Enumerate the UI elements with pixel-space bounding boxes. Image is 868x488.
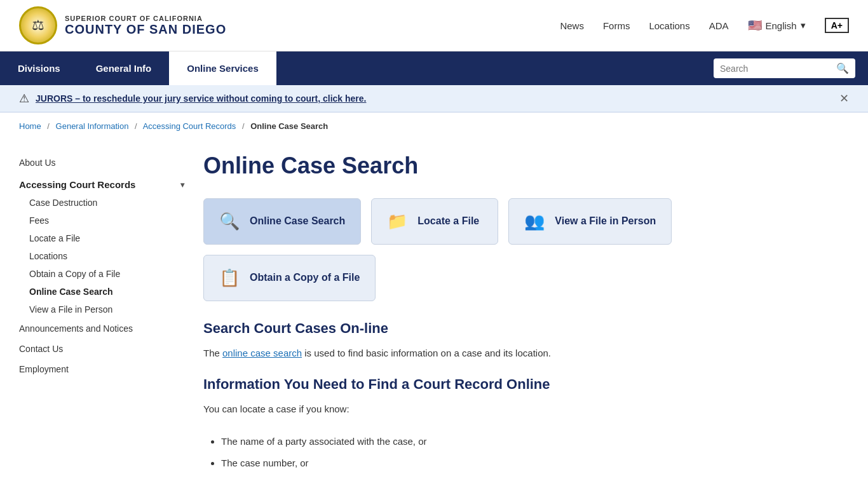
nav-news[interactable]: News [560,20,584,31]
warning-icon: ⚠ [19,92,29,105]
search-card-icon: 🔍 [219,212,240,231]
sidebar-link-view-file[interactable]: View a File in Person [29,304,112,315]
section-text-suffix: is used to find basic information on a c… [302,348,551,358]
chevron-down-icon: ▾ [801,20,806,31]
chevron-icon: ▾ [180,180,184,189]
section-heading-info-needed: Information You Need to Find a Court Rec… [203,376,849,393]
card-online-case-search[interactable]: 🔍 Online Case Search [203,198,361,245]
section-text-search-court-cases: The online case search is used to find b… [203,346,849,361]
sidebar: About Us Accessing Court Records ▾ Case … [19,152,184,475]
nav-locations[interactable]: Locations [649,20,689,31]
sidebar-sub-locations[interactable]: Locations [29,247,184,265]
sidebar-sub-view-file[interactable]: View a File in Person [29,301,184,318]
list-item: The case number, or [221,454,849,473]
sidebar-section-accessing-court-records[interactable]: Accessing Court Records ▾ [19,173,184,194]
people-card-icon: 👥 [524,212,545,231]
top-nav: News Forms Locations ADA 🇺🇸 English ▾ A+ [560,18,849,33]
sidebar-sub-fees[interactable]: Fees [29,212,184,229]
sidebar-link-locate-file[interactable]: Locate a File [29,233,80,243]
sidebar-item-contact-us[interactable]: Contact Us [19,339,184,359]
section-text-prefix: The [203,348,222,358]
sidebar-link-announcements[interactable]: Announcements and Notices [19,323,133,334]
copy-card-icon: 📋 [219,268,240,288]
sidebar-link-about-us[interactable]: About Us [19,158,56,168]
card-label-obtain-copy: Obtain a Copy of a File [250,271,360,285]
search-submit-button[interactable]: 🔍 [836,62,849,74]
search-input[interactable] [720,64,831,74]
main-content: About Us Accessing Court Records ▾ Case … [0,140,868,488]
sidebar-item-announcements[interactable]: Announcements and Notices [19,318,184,339]
language-selector[interactable]: 🇺🇸 English ▾ [748,18,806,32]
sidebar-link-case-destruction[interactable]: Case Destruction [29,198,97,208]
logo-area: ⚖ SUPERIOR COURT OF CALIFORNIA COUNTY OF… [19,6,226,44]
sidebar-sub-locate-file[interactable]: Locate a File [29,229,184,247]
breadcrumb-home[interactable]: Home [19,121,41,131]
flag-icon: 🇺🇸 [748,18,762,32]
card-label-view-file-person: View a File in Person [555,215,656,228]
sidebar-item-employment[interactable]: Employment [19,359,184,379]
card-view-file-person[interactable]: 👥 View a File in Person [508,198,672,245]
breadcrumb-general-info[interactable]: General Information [56,121,129,131]
page-title: Online Case Search [203,152,849,179]
breadcrumb-sep-1: / [47,121,50,131]
court-seal: ⚖ [19,6,57,44]
sidebar-link-online-case-search[interactable]: Online Case Search [29,287,113,297]
card-label-online-case-search: Online Case Search [250,215,345,228]
logo-text: SUPERIOR COURT OF CALIFORNIA COUNTY OF S… [65,15,226,37]
logo-top-text: SUPERIOR COURT OF CALIFORNIA [65,15,226,22]
search-box: 🔍 [714,58,855,78]
nav-item-online-services[interactable]: Online Services [169,51,276,85]
nav-forms[interactable]: Forms [603,20,630,31]
content-area: Online Case Search 🔍 Online Case Search … [203,152,849,475]
nav-bar-left: Divisions General Info Online Services [0,51,276,85]
bullet-list: The name of a party associated with the … [203,432,849,473]
top-header: ⚖ SUPERIOR COURT OF CALIFORNIA COUNTY OF… [0,0,868,51]
nav-item-general-info[interactable]: General Info [78,51,170,85]
breadcrumb: Home / General Information / Accessing C… [0,112,868,140]
section-text-info-needed: You can locate a case if you know: [203,402,849,417]
card-grid: 🔍 Online Case Search 📁 Locate a File 👥 V… [203,198,849,301]
alert-text[interactable]: JURORS – to reschedule your jury service… [36,93,366,104]
language-label: English [766,20,797,31]
alert-banner: ⚠ JURORS – to reschedule your jury servi… [0,85,868,112]
breadcrumb-sep-2: / [135,121,137,131]
sidebar-sub-case-destruction[interactable]: Case Destruction [29,194,184,212]
section-heading-search-court-cases: Search Court Cases On-line [203,320,849,337]
breadcrumb-accessing-court-records[interactable]: Accessing Court Records [143,121,236,131]
font-size-button[interactable]: A+ [825,18,849,33]
sidebar-link-obtain-copy[interactable]: Obtain a Copy of a File [29,269,120,279]
main-nav-bar: Divisions General Info Online Services 🔍 [0,51,868,85]
logo-bottom-text: COUNTY OF SAN DIEGO [65,22,226,37]
nav-item-divisions[interactable]: Divisions [0,51,78,85]
sidebar-item-about-us[interactable]: About Us [19,152,184,173]
search-area: 🔍 [701,53,868,83]
alert-close-button[interactable]: ✕ [839,92,849,105]
sidebar-sub-items: Case Destruction Fees Locate a File Loca… [19,194,184,318]
breadcrumb-current: Online Case Search [250,121,328,131]
sidebar-link-locations[interactable]: Locations [29,251,67,261]
card-label-locate-file: Locate a File [417,215,479,228]
list-item: The name of a party associated with the … [221,432,849,451]
sidebar-link-employment[interactable]: Employment [19,364,69,374]
online-case-search-link[interactable]: online case search [222,348,302,358]
alert-content: ⚠ JURORS – to reschedule your jury servi… [19,92,366,105]
sidebar-link-fees[interactable]: Fees [29,215,49,226]
folder-card-icon: 📁 [387,212,407,231]
nav-ada[interactable]: ADA [709,20,729,31]
card-obtain-copy[interactable]: 📋 Obtain a Copy of a File [203,255,376,301]
sidebar-section-label: Accessing Court Records [19,179,135,190]
sidebar-link-contact-us[interactable]: Contact Us [19,344,63,354]
breadcrumb-sep-3: / [242,121,245,131]
card-locate-file[interactable]: 📁 Locate a File [371,198,498,245]
sidebar-sub-obtain-copy[interactable]: Obtain a Copy of a File [29,265,184,283]
sidebar-sub-online-case-search[interactable]: Online Case Search [29,283,184,301]
